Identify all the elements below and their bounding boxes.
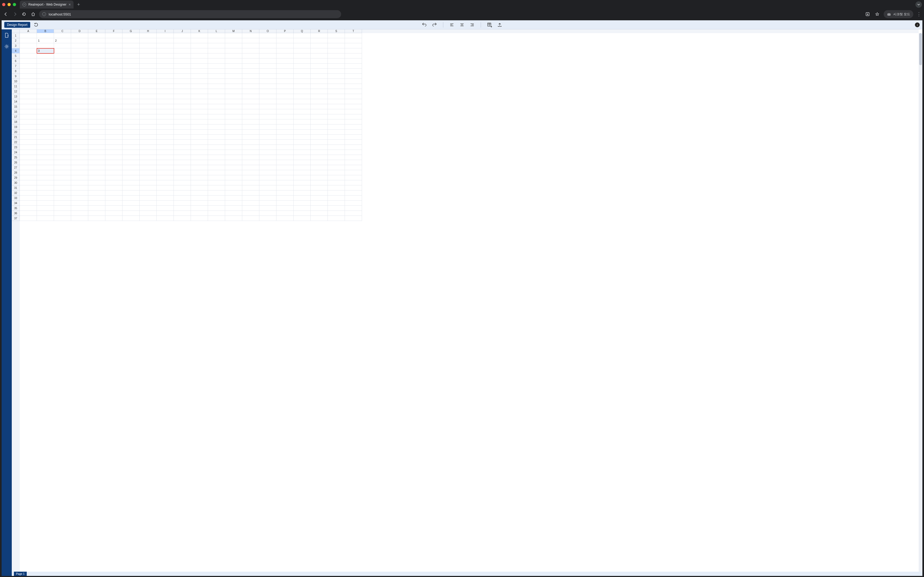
cell[interactable]	[311, 140, 328, 145]
cell[interactable]	[208, 53, 225, 58]
cell[interactable]	[242, 74, 259, 79]
cell[interactable]	[276, 206, 294, 211]
cell[interactable]	[225, 135, 242, 140]
cell[interactable]	[294, 165, 311, 170]
cell[interactable]	[242, 190, 259, 195]
cell[interactable]	[259, 180, 276, 185]
cell[interactable]	[225, 185, 242, 190]
cell[interactable]	[328, 170, 345, 175]
cell[interactable]	[174, 84, 191, 89]
row-header[interactable]: 19	[12, 124, 20, 130]
cell[interactable]	[345, 150, 362, 155]
cell[interactable]	[54, 58, 71, 64]
row-header[interactable]: 30	[12, 180, 20, 185]
cell[interactable]	[123, 195, 140, 201]
cell[interactable]	[345, 114, 362, 119]
cell[interactable]	[311, 150, 328, 155]
cell[interactable]	[259, 69, 276, 74]
row-header[interactable]: 2	[12, 38, 20, 43]
cell[interactable]	[71, 109, 88, 114]
cell[interactable]	[345, 195, 362, 201]
cell[interactable]	[54, 185, 71, 190]
cell[interactable]	[225, 124, 242, 130]
cell[interactable]	[157, 124, 174, 130]
cell[interactable]	[174, 185, 191, 190]
cell[interactable]	[174, 175, 191, 180]
cell[interactable]	[191, 43, 208, 48]
cell[interactable]	[259, 216, 276, 221]
cell[interactable]	[37, 109, 54, 114]
cell[interactable]	[123, 140, 140, 145]
cell[interactable]	[37, 206, 54, 211]
cell[interactable]	[88, 33, 105, 38]
cell[interactable]	[311, 43, 328, 48]
cell[interactable]	[276, 170, 294, 175]
row-header[interactable]: 25	[12, 155, 20, 160]
cell[interactable]	[328, 180, 345, 185]
cell[interactable]	[242, 145, 259, 150]
cell[interactable]	[105, 180, 123, 185]
cell[interactable]	[328, 135, 345, 140]
cell[interactable]	[105, 195, 123, 201]
cell[interactable]	[208, 119, 225, 124]
cell[interactable]	[191, 206, 208, 211]
cell[interactable]	[345, 206, 362, 211]
cell[interactable]	[174, 145, 191, 150]
column-header[interactable]: L	[208, 29, 225, 33]
cell[interactable]	[37, 124, 54, 130]
cell[interactable]	[208, 160, 225, 165]
cell[interactable]	[54, 64, 71, 69]
cell[interactable]	[54, 170, 71, 175]
cell[interactable]	[140, 130, 157, 135]
cell[interactable]	[174, 109, 191, 114]
table-button[interactable]	[486, 22, 493, 28]
cell[interactable]	[191, 58, 208, 64]
cell[interactable]	[242, 48, 259, 53]
cell[interactable]	[54, 150, 71, 155]
cell[interactable]	[294, 201, 311, 206]
cell[interactable]	[276, 175, 294, 180]
cell[interactable]	[225, 180, 242, 185]
cell[interactable]	[311, 201, 328, 206]
cell[interactable]	[208, 99, 225, 104]
grid[interactable]: 123	[20, 33, 919, 572]
cell[interactable]	[311, 135, 328, 140]
cell[interactable]	[123, 201, 140, 206]
cell[interactable]	[242, 170, 259, 175]
cell[interactable]	[88, 175, 105, 180]
cell[interactable]	[225, 211, 242, 216]
cell[interactable]	[20, 89, 37, 94]
cell[interactable]	[123, 94, 140, 99]
cell[interactable]	[71, 175, 88, 180]
cell[interactable]	[37, 190, 54, 195]
cell[interactable]	[311, 74, 328, 79]
cell[interactable]	[259, 170, 276, 175]
cell[interactable]	[225, 165, 242, 170]
cell[interactable]	[191, 195, 208, 201]
cell[interactable]	[294, 145, 311, 150]
cell[interactable]	[37, 150, 54, 155]
cell[interactable]	[88, 140, 105, 145]
cell[interactable]	[54, 135, 71, 140]
cell[interactable]	[157, 89, 174, 94]
cell[interactable]	[259, 206, 276, 211]
cell[interactable]	[20, 53, 37, 58]
cell[interactable]	[157, 53, 174, 58]
incognito-badge[interactable]: 시크릿 모드	[884, 10, 913, 18]
cell[interactable]	[208, 33, 225, 38]
cell[interactable]	[174, 99, 191, 104]
cell[interactable]	[294, 195, 311, 201]
cell[interactable]	[191, 124, 208, 130]
cell[interactable]	[225, 160, 242, 165]
cell[interactable]	[37, 84, 54, 89]
cell[interactable]	[345, 145, 362, 150]
row-header[interactable]: 6	[12, 58, 20, 64]
cell[interactable]	[105, 155, 123, 160]
cell[interactable]	[157, 64, 174, 69]
cell[interactable]	[294, 74, 311, 79]
cell[interactable]	[276, 160, 294, 165]
cell[interactable]	[208, 114, 225, 119]
cell[interactable]	[311, 84, 328, 89]
cell[interactable]	[123, 84, 140, 89]
cell[interactable]	[105, 211, 123, 216]
